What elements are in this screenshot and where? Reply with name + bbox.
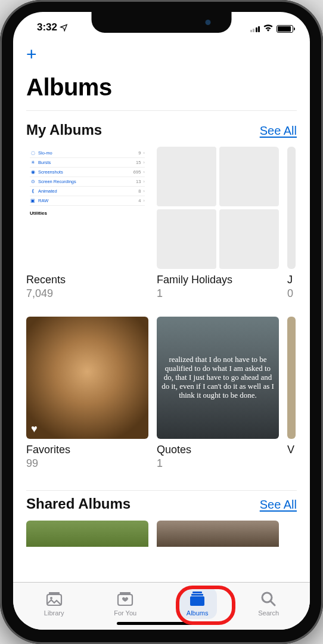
- album-quotes[interactable]: realized that I do not have to be qualif…: [157, 317, 279, 470]
- library-icon: [45, 590, 64, 608]
- album-count: 0: [287, 286, 296, 300]
- heart-icon: ♥: [31, 423, 38, 435]
- svg-rect-1: [49, 592, 60, 595]
- tab-label: Library: [44, 609, 64, 617]
- shared-album[interactable]: [26, 521, 148, 547]
- tab-label: Albums: [187, 609, 209, 617]
- svg-rect-4: [120, 592, 131, 595]
- album-count: 99: [26, 456, 148, 470]
- photo-thumb: [157, 521, 279, 547]
- section-shared-title: Shared Albums: [26, 496, 131, 512]
- album-label: Recents: [26, 269, 148, 286]
- album-count: 1: [157, 286, 279, 300]
- album-label: Favorites: [26, 439, 148, 456]
- for-you-icon: [116, 590, 135, 608]
- svg-rect-7: [192, 592, 202, 593]
- home-indicator[interactable]: [117, 622, 206, 625]
- see-all-shared[interactable]: See All: [260, 498, 297, 512]
- photo-thumb: [157, 147, 216, 206]
- album-label: V: [287, 439, 296, 456]
- section-my-albums-title: My Albums: [26, 122, 102, 138]
- album-label: J: [287, 269, 296, 286]
- album-favorites[interactable]: ♥ Favorites 99: [26, 317, 148, 470]
- album-recents[interactable]: ◌Slo-mo9› ✳Bursts15› ◉Screenshots695› ⊙S…: [26, 147, 148, 300]
- status-icons: [250, 20, 294, 35]
- svg-point-2: [50, 597, 52, 599]
- page-title: Albums: [13, 70, 310, 110]
- status-time: 3:32: [37, 21, 57, 33]
- shared-album[interactable]: [157, 521, 279, 547]
- album-count: 7,049: [26, 286, 148, 300]
- album-label: Family Holidays: [157, 269, 279, 286]
- albums-icon: [188, 590, 207, 608]
- svg-rect-5: [190, 596, 204, 606]
- tab-albums[interactable]: Albums: [178, 587, 217, 619]
- battery-icon: [277, 25, 293, 33]
- photo-thumb: [26, 521, 148, 547]
- photo-thumb: realized that I do not have to be qualif…: [157, 317, 279, 439]
- album-peek[interactable]: V: [287, 317, 296, 470]
- album-family-holidays[interactable]: Family Holidays 1: [157, 147, 279, 300]
- tab-search[interactable]: Search: [250, 587, 287, 619]
- see-all-my-albums[interactable]: See All: [260, 124, 297, 138]
- search-icon: [259, 590, 278, 608]
- signal-icon: [250, 25, 260, 32]
- album-label: Quotes: [157, 439, 279, 456]
- photo-thumb: ♥: [26, 317, 148, 439]
- tab-for-you[interactable]: For You: [105, 587, 145, 619]
- tab-label: Search: [258, 609, 279, 617]
- wifi-icon: [263, 23, 274, 35]
- album-peek[interactable]: J 0: [287, 147, 296, 300]
- tab-library[interactable]: Library: [36, 587, 73, 619]
- add-button[interactable]: +: [26, 44, 37, 64]
- svg-rect-6: [191, 594, 203, 596]
- tab-label: For You: [114, 609, 136, 617]
- album-count: 1: [157, 456, 279, 470]
